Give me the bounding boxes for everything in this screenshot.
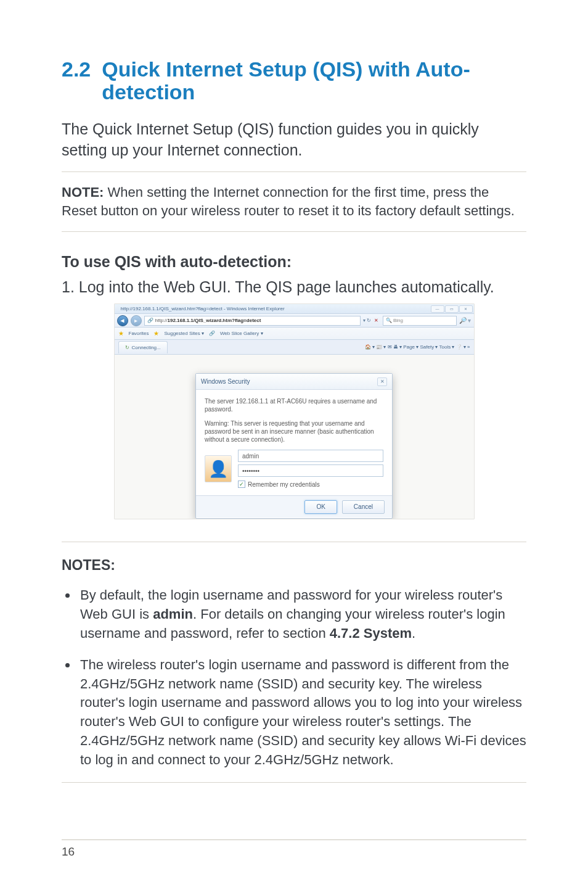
globe-icon: 🔗 — [147, 318, 153, 323]
dialog-titlebar: Windows Security ✕ — [196, 374, 392, 390]
note-top-rule — [62, 171, 526, 172]
search-input[interactable]: 🔍 Bing — [383, 316, 457, 326]
fav-link-suggested[interactable]: Suggested Sites ▾ — [164, 331, 203, 336]
fav-icon-2: 🔗 — [209, 331, 215, 336]
intro-text: The Quick Internet Setup (QIS) function … — [62, 119, 526, 161]
note-bullet-1: By default, the login username and passw… — [78, 586, 526, 643]
dialog-text-2: Warning: This server is requesting that … — [205, 419, 383, 444]
window-titlebar: http://192.168.1.1/QIS_wizard.htm?flag=d… — [115, 304, 474, 314]
tab-bar: ↻ Connecting... 🏠 ▾ 📰 ▾ ✉ 🖶 ▾ Page ▾ Saf… — [115, 340, 474, 355]
dialog-body: The server 192.168.1.1 at RT-AC66U requi… — [196, 390, 392, 495]
notes-bottom-rule — [62, 782, 526, 783]
address-url: 192.168.1.1/QIS_wizard.htm?flag=detect — [168, 318, 261, 323]
forward-button[interactable]: ▸ — [131, 315, 142, 326]
user-avatar-icon: 👤 — [205, 455, 232, 482]
maximize-button[interactable]: ▭ — [445, 305, 459, 313]
address-prefix: http:// — [155, 318, 168, 323]
section-number: 2.2 — [62, 58, 91, 81]
notes-top-rule — [62, 542, 526, 542]
note-bottom-rule — [62, 231, 526, 232]
search-placeholder: Bing — [393, 318, 403, 323]
note-label: NOTE: — [62, 184, 104, 200]
back-button[interactable]: ◄ — [117, 315, 128, 326]
dialog-footer: OK Cancel — [196, 495, 392, 518]
content-area: Windows Security ✕ The server 192.168.1.… — [115, 355, 474, 519]
auth-dialog: Windows Security ✕ The server 192.168.1.… — [195, 373, 393, 519]
dialog-title: Windows Security — [201, 378, 250, 385]
refresh-icon[interactable]: ↻ — [367, 318, 371, 323]
remember-checkbox-row[interactable]: ✓ Remember my credentials — [238, 481, 383, 488]
fav-link-webslice[interactable]: Web Slice Gallery ▾ — [220, 331, 263, 336]
section-title-line2: detection — [102, 80, 195, 104]
page-number: 16 — [62, 845, 75, 859]
window-buttons: — ▭ ✕ — [431, 305, 473, 313]
note-box: NOTE: When setting the Internet connecti… — [62, 177, 526, 226]
favorites-bar: ★ Favorites ★ Suggested Sites ▾ 🔗 Web Sl… — [115, 328, 474, 340]
fav-icon-1: ★ — [153, 330, 159, 337]
dropdown-icon[interactable]: ▾ — [363, 318, 365, 323]
sub-heading: To use QIS with auto-detection: — [62, 253, 526, 271]
tab-refresh-icon: ↻ — [125, 345, 129, 350]
search-icon: 🔍 — [386, 318, 392, 323]
favorites-label: Favorites — [129, 331, 149, 336]
tab-label: Connecting... — [132, 345, 161, 350]
remember-label: Remember my credentials — [248, 481, 320, 488]
address-input[interactable]: 🔗 http://192.168.1.1/QIS_wizard.htm?flag… — [144, 316, 361, 326]
search-magnifier-icon[interactable]: 🔎 ▾ — [459, 317, 472, 324]
cancel-button[interactable]: Cancel — [342, 500, 385, 514]
command-toolbar[interactable]: 🏠 ▾ 📰 ▾ ✉ 🖶 ▾ Page ▾ Safety ▾ Tools ▾ ❔ … — [365, 344, 470, 350]
window-title: http://192.168.1.1/QIS_wizard.htm?flag=d… — [116, 306, 285, 311]
credential-inputs: admin •••••••• ✓ Remember my credentials — [238, 450, 383, 488]
stop-icon[interactable]: ✕ — [372, 318, 380, 323]
dialog-text-1: The server 192.168.1.1 at RT-AC66U requi… — [205, 397, 383, 413]
minimize-button[interactable]: — — [431, 305, 444, 313]
notes-list: By default, the login username and passw… — [62, 586, 526, 769]
favorites-star-icon[interactable]: ★ — [118, 330, 124, 337]
tab-connecting[interactable]: ↻ Connecting... — [118, 341, 168, 353]
notes-heading: NOTES: — [62, 557, 526, 574]
note-text: When setting the Internet connection for… — [62, 184, 515, 218]
footer-rule — [62, 840, 526, 840]
credential-row: 👤 admin •••••••• ✓ Remember my credentia… — [205, 450, 383, 488]
address-controls: ▾ ↻ ✕ — [363, 318, 380, 323]
section-title: 2.2Quick Internet Setup (QIS) with Auto-… — [62, 58, 526, 104]
checkbox-icon: ✓ — [238, 481, 245, 488]
close-button[interactable]: ✕ — [459, 305, 473, 313]
address-bar-row: ◄ ▸ 🔗 http://192.168.1.1/QIS_wizard.htm?… — [115, 314, 474, 328]
dialog-close-button[interactable]: ✕ — [377, 377, 387, 386]
password-input[interactable]: •••••••• — [238, 464, 383, 477]
note-bullet-2: The wireless router's login username and… — [78, 656, 526, 770]
screenshot-ie-window: http://192.168.1.1/QIS_wizard.htm?flag=d… — [114, 303, 475, 519]
section-title-line1: Quick Internet Setup (QIS) with Auto- — [102, 57, 470, 81]
ok-button[interactable]: OK — [304, 500, 337, 514]
step-1: 1. Log into the Web GUI. The QIS page la… — [62, 277, 526, 298]
username-input[interactable]: admin — [238, 450, 383, 462]
